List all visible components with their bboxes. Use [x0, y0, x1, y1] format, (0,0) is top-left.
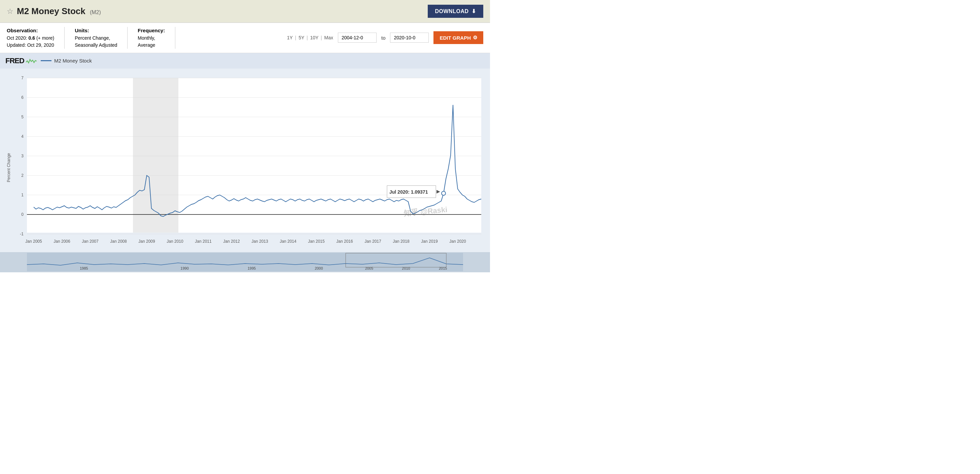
svg-text:Jan 2005: Jan 2005 [25, 239, 42, 244]
meta-row: Observation: Oct 2020: 0.6 (+ more) Upda… [0, 23, 490, 53]
series-name: M2 Money Stock [54, 58, 92, 63]
to-label: to [381, 35, 386, 41]
units-block: Units: Percent Change,Seasonally Adjuste… [75, 27, 127, 49]
svg-text:Jan 2012: Jan 2012 [223, 239, 240, 244]
mini-label-2015: 2015 [439, 266, 447, 270]
svg-text:Jan 2019: Jan 2019 [421, 239, 438, 244]
title-area: ☆ M2 Money Stock (M2) [7, 6, 101, 16]
date-from-input[interactable] [338, 33, 377, 43]
svg-text:Jan 2010: Jan 2010 [167, 239, 183, 244]
mini-label-1985: 1985 [80, 266, 88, 270]
edit-graph-label: EDIT GRAPH [439, 35, 471, 41]
favorite-star-icon[interactable]: ☆ [7, 7, 13, 16]
svg-text:4: 4 [21, 134, 24, 139]
mini-chart: 1985 1990 1995 2000 2005 2010 2015 [0, 252, 490, 272]
fred-logo: FRED [5, 57, 37, 65]
settings-icon: ⚙ [473, 35, 477, 41]
y-axis-label: Percent Change [6, 153, 11, 182]
frequency-block: Frequency: Monthly,Average [138, 27, 175, 49]
tooltip-dot [442, 191, 445, 195]
series-id: (M2) [90, 10, 101, 15]
mini-label-1995: 1995 [248, 266, 256, 270]
svg-text:Jan 2013: Jan 2013 [251, 239, 268, 244]
observation-line: Oct 2020: 0.6 (+ more) [7, 35, 54, 42]
series-legend: M2 Money Stock [41, 58, 92, 63]
svg-text:Jan 2006: Jan 2006 [54, 239, 70, 244]
date-range-area: 1Y | 5Y | 10Y | Max to EDIT GRAPH ⚙ [287, 31, 483, 44]
units-value: Percent Change,Seasonally Adjusted [75, 35, 117, 49]
svg-text:5: 5 [21, 115, 24, 119]
svg-text:Jan 2015: Jan 2015 [308, 239, 325, 244]
frequency-label: Frequency: [138, 27, 165, 35]
mini-label-2005: 2005 [365, 266, 373, 270]
frequency-value: Monthly,Average [138, 35, 165, 49]
svg-rect-26 [27, 253, 463, 271]
svg-text:-1: -1 [20, 231, 24, 236]
svg-text:Jan 2017: Jan 2017 [364, 239, 381, 244]
svg-text:3: 3 [21, 154, 24, 159]
updated-label: Updated: [7, 42, 26, 48]
top-header: ☆ M2 Money Stock (M2) DOWNLOAD ⬇ [0, 0, 490, 23]
mini-label-2010: 2010 [402, 266, 410, 270]
tooltip-arrow: ▶ [436, 189, 440, 194]
observation-date: Oct 2020: [7, 35, 27, 41]
chart-header: FRED M2 Money Stock [0, 53, 490, 68]
fred-wave-icon [26, 58, 37, 64]
svg-text:1: 1 [21, 193, 24, 197]
svg-text:Jan 2007: Jan 2007 [82, 239, 99, 244]
svg-text:Jan 2020: Jan 2020 [449, 239, 466, 244]
svg-text:6: 6 [21, 95, 24, 100]
chart-svg-wrap: Percent Change 7 [0, 68, 490, 252]
svg-text:7: 7 [21, 76, 24, 80]
observation-value: 0.6 [29, 35, 35, 41]
download-button[interactable]: DOWNLOAD ⬇ [428, 5, 483, 18]
svg-text:Jan 2009: Jan 2009 [138, 239, 155, 244]
svg-text:Jan 2008: Jan 2008 [110, 239, 127, 244]
svg-text:Jan 2014: Jan 2014 [280, 239, 296, 244]
svg-text:0: 0 [21, 212, 24, 217]
tooltip-text: Jul 2020: 1.09371 [390, 189, 428, 195]
download-icon: ⬇ [471, 8, 476, 14]
svg-text:Jan 2018: Jan 2018 [393, 239, 410, 244]
legend-line-icon [41, 60, 51, 61]
mini-label-2000: 2000 [315, 266, 323, 270]
svg-text:Jan 2011: Jan 2011 [195, 239, 212, 244]
period-max[interactable]: Max [325, 35, 333, 40]
updated-line: Updated: Oct 29, 2020 [7, 42, 54, 49]
observation-label: Observation: [7, 27, 54, 35]
mini-label-1990: 1990 [180, 266, 188, 270]
svg-text:2: 2 [21, 173, 24, 178]
date-to-input[interactable] [390, 33, 429, 43]
observation-more: (+ more) [37, 35, 54, 41]
period-links: 1Y | 5Y | 10Y | Max [287, 35, 333, 40]
page-title: M2 Money Stock (M2) [17, 6, 101, 16]
period-5y[interactable]: 5Y [299, 35, 304, 40]
chart-container: FRED M2 Money Stock Percent Change [0, 53, 490, 272]
svg-text:Jan 2016: Jan 2016 [336, 239, 353, 244]
title-text: M2 Money Stock [17, 6, 86, 16]
mini-chart-svg: 1985 1990 1995 2000 2005 2010 2015 [27, 253, 463, 271]
units-label: Units: [75, 27, 117, 35]
download-label: DOWNLOAD [435, 8, 469, 14]
recession-shading-1 [133, 78, 178, 233]
edit-graph-button[interactable]: EDIT GRAPH ⚙ [433, 31, 483, 44]
observation-block: Observation: Oct 2020: 0.6 (+ more) Upda… [7, 27, 65, 49]
updated-date: Oct 29, 2020 [27, 42, 54, 48]
main-chart-svg: Percent Change 7 [0, 71, 490, 249]
period-1y[interactable]: 1Y [287, 35, 293, 40]
period-10y[interactable]: 10Y [310, 35, 318, 40]
